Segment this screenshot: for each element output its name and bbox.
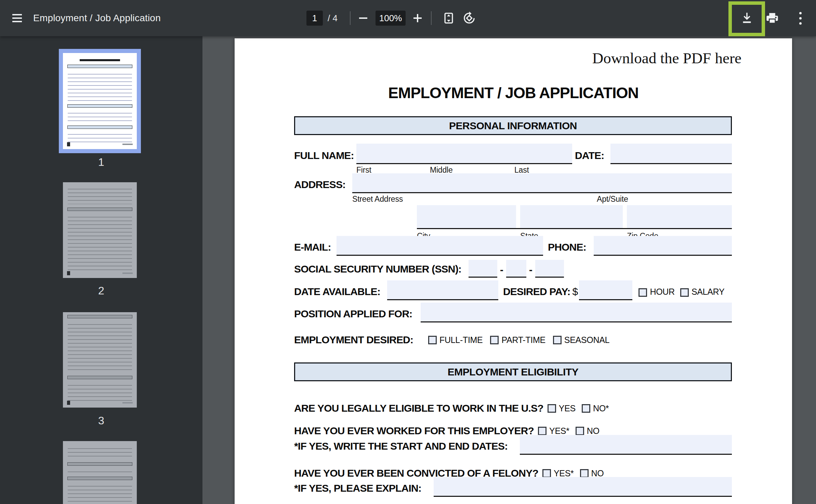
zoom-out-button[interactable]: [355, 9, 371, 28]
full-time-option-label: FULL-TIME: [439, 335, 483, 345]
employment-desired-row: EMPLOYMENT DESIRED: FULL-TIME PART-TIME …: [294, 333, 732, 347]
eligible-yes-checkbox[interactable]: [548, 404, 556, 413]
print-button[interactable]: [763, 9, 782, 28]
please-explain-field[interactable]: [434, 477, 732, 497]
full-name-label: FULL NAME:: [294, 150, 356, 164]
eligible-yes-label: YES: [559, 403, 576, 413]
rotate-icon: [462, 11, 476, 25]
full-time-checkbox[interactable]: [428, 336, 437, 344]
position-applied-label: POSITION APPLIED FOR:: [294, 308, 421, 322]
street-address-field[interactable]: Street Address Apt/Suite: [352, 173, 732, 193]
eligible-no-checkbox[interactable]: [582, 404, 590, 413]
worked-yes-checkbox[interactable]: [538, 427, 547, 435]
zoom-level-input[interactable]: 100%: [376, 11, 406, 26]
thumb1-section-bar: [67, 65, 132, 68]
zoom-in-icon: [413, 14, 422, 22]
toolbar-separator: [350, 11, 351, 25]
ssn-row: SOCIAL SECURITY NUMBER (SSN): - -: [294, 258, 732, 278]
fit-page-button[interactable]: [440, 9, 458, 28]
zoom-in-button[interactable]: [409, 9, 426, 28]
thumbnail-page-1[interactable]: [63, 53, 137, 149]
section-header-employment-eligibility: EMPLOYMENT ELIGIBILITY: [294, 362, 732, 381]
street-address-sublabel: Street Address: [352, 195, 403, 204]
zip-code-field[interactable]: Zip Code: [627, 205, 732, 228]
toolbar: Employment / Job Application 1 / 4 100%: [0, 0, 816, 36]
download-button[interactable]: [737, 9, 756, 28]
thumbnail-page-4[interactable]: [63, 441, 137, 504]
thumbnail-page-2[interactable]: [63, 182, 137, 278]
seasonal-checkbox[interactable]: [553, 336, 562, 344]
full-name-row: FULL NAME: First Middle Last DATE:: [294, 141, 732, 164]
city-field[interactable]: City: [417, 205, 516, 228]
ssn-field-1[interactable]: [469, 260, 497, 278]
start-end-dates-field[interactable]: [520, 435, 732, 455]
salary-checkbox[interactable]: [680, 288, 689, 297]
eligible-to-work-row: ARE YOU LEGALLY ELIGIBLE TO WORK IN THE …: [294, 401, 732, 415]
felony-no-checkbox[interactable]: [580, 469, 589, 478]
thumb1-form-lines: [68, 131, 132, 144]
full-name-field[interactable]: First Middle Last: [356, 144, 572, 164]
thumbnail-page-3[interactable]: [63, 312, 137, 408]
position-applied-field[interactable]: [421, 303, 732, 322]
thumb3-footer-mark: [122, 402, 133, 403]
thumbnail-sidebar: 1 2 3: [0, 36, 202, 504]
thumb1-section-bar: [67, 125, 132, 129]
email-phone-row: E-MAIL: PHONE:: [294, 236, 732, 256]
start-end-dates-row: *IF YES, WRITE THE START AND END DATES:: [294, 435, 732, 455]
thumb2-doc-icon: [67, 271, 70, 275]
hour-option-label: HOUR: [650, 287, 674, 300]
rotate-button[interactable]: [460, 9, 478, 28]
felony-yes-checkbox[interactable]: [542, 469, 551, 478]
page-number-input[interactable]: 1: [306, 11, 323, 26]
state-field[interactable]: State: [520, 205, 623, 228]
email-field[interactable]: [337, 236, 543, 256]
ssn-field-2[interactable]: [506, 260, 526, 278]
ssn-dash: -: [526, 264, 535, 278]
dollar-sign: $: [572, 286, 578, 300]
more-options-icon: [799, 12, 802, 25]
hour-checkbox[interactable]: [639, 288, 647, 297]
print-icon: [765, 11, 779, 25]
worked-no-label: NO: [587, 426, 600, 436]
desired-pay-field[interactable]: [579, 280, 632, 300]
eligible-no-label: NO*: [593, 403, 609, 413]
thumb4-form-lines: [68, 468, 132, 473]
please-explain-row: *IF YES, PLEASE EXPLAIN:: [294, 477, 732, 497]
menu-button[interactable]: [8, 9, 27, 28]
page-count-label: / 4: [328, 0, 338, 36]
pdf-viewer-window: Employment / Job Application 1 / 4 100%: [0, 0, 816, 504]
viewer-area: Download the PDF here EMPLOYMENT / JOB A…: [202, 36, 816, 504]
menu-icon: [12, 14, 22, 22]
thumb1-section-bar: [67, 104, 132, 108]
please-explain-label: *IF YES, PLEASE EXPLAIN:: [294, 482, 434, 497]
thumb1-form-lines: [68, 110, 132, 124]
more-options-button[interactable]: [792, 9, 808, 28]
date-field[interactable]: [610, 144, 732, 164]
part-time-checkbox[interactable]: [490, 336, 499, 344]
phone-field[interactable]: [594, 236, 732, 256]
thumb4-form-lines: [68, 445, 132, 458]
employment-desired-label: EMPLOYMENT DESIRED:: [294, 334, 428, 346]
date-available-label: DATE AVAILABLE:: [294, 286, 387, 300]
ssn-field-3[interactable]: [535, 260, 564, 278]
thumbnail-label-1: 1: [0, 156, 202, 169]
thumb4-section-bar: [67, 462, 132, 466]
worked-no-checkbox[interactable]: [576, 427, 584, 435]
date-available-field[interactable]: [387, 280, 498, 300]
thumb3-form-lines: [68, 321, 132, 372]
desired-pay-label: DESIRED PAY:: [503, 286, 570, 300]
thumb3-section-bar: [67, 376, 132, 379]
thumb1-footer-mark: [122, 144, 133, 145]
city-state-zip-row: City State Zip Code: [417, 205, 732, 229]
download-note: Download the PDF here: [592, 49, 741, 67]
thumb3-doc-icon: [67, 401, 70, 405]
position-row: POSITION APPLIED FOR:: [294, 303, 732, 322]
thumb3-form-lines: [68, 382, 132, 401]
eligible-to-work-question: ARE YOU LEGALLY ELIGIBLE TO WORK IN THE …: [294, 402, 543, 414]
part-time-option-label: PART-TIME: [501, 335, 545, 345]
download-icon: [740, 11, 754, 25]
address-row: ADDRESS: Street Address Apt/Suite: [294, 173, 732, 193]
thumb4-section-bar: [67, 477, 132, 480]
fit-page-icon: [442, 11, 456, 25]
thumbnail-label-2: 2: [0, 284, 202, 297]
